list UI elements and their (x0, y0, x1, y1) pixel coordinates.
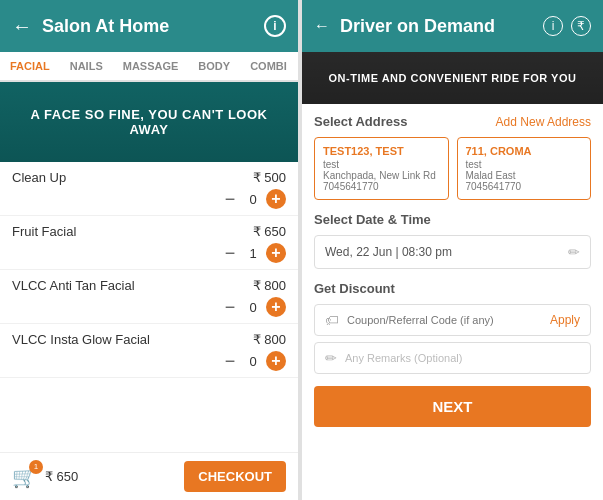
info-icon-left[interactable]: i (264, 15, 286, 37)
get-discount-label: Get Discount (314, 281, 395, 296)
info-icon-right[interactable]: i (543, 16, 563, 36)
addr-sub-2: test (466, 159, 583, 170)
tab-nails[interactable]: NAILS (60, 52, 113, 80)
datetime-section-header: Select Date & Time (314, 212, 591, 227)
qty-minus-btn[interactable]: − (220, 297, 240, 317)
datetime-value: Wed, 22 Jun | 08:30 pm (325, 245, 568, 259)
coupon-input[interactable] (347, 314, 542, 326)
next-button[interactable]: NEXT (314, 386, 591, 427)
qty-plus-btn[interactable]: + (266, 189, 286, 209)
addr-detail-2: Malad East (466, 170, 583, 181)
address-section-header: Select Address Add New Address (314, 114, 591, 129)
left-header: ← Salon At Home i (0, 0, 298, 52)
tabs-bar: FACIAL NAILS MASSAGE BODY COMBI (0, 52, 298, 82)
tab-combi[interactable]: COMBI (240, 52, 297, 80)
qty-plus-btn[interactable]: + (266, 243, 286, 263)
left-title: Salon At Home (42, 16, 254, 37)
address-card-2[interactable]: 711, CROMA test Malad East 7045641770 (457, 137, 592, 200)
left-screen: ← Salon At Home i FACIAL NAILS MASSAGE B… (0, 0, 298, 500)
service-price: ₹ 800 (253, 332, 286, 347)
discount-section: 🏷 Apply ✏ Any Remarks (Optional) (314, 304, 591, 374)
service-name: Fruit Facial (12, 224, 76, 239)
service-item: Clean Up ₹ 500 − 0 + (0, 162, 298, 216)
select-datetime-label: Select Date & Time (314, 212, 431, 227)
service-name: Clean Up (12, 170, 66, 185)
addr-sub-1: test (323, 159, 440, 170)
remarks-placeholder: Any Remarks (Optional) (345, 352, 462, 364)
checkout-button[interactable]: CHECKOUT (184, 461, 286, 492)
addr-name-2: 711, CROMA (466, 145, 583, 157)
datetime-row[interactable]: Wed, 22 Jun | 08:30 pm ✏ (314, 235, 591, 269)
qty-plus-btn[interactable]: + (266, 351, 286, 371)
service-list: Clean Up ₹ 500 − 0 + Fruit Facial ₹ 650 … (0, 162, 298, 452)
service-price: ₹ 650 (253, 224, 286, 239)
service-name: VLCC Insta Glow Facial (12, 332, 150, 347)
back-button-right[interactable]: ← (314, 17, 330, 35)
remarks-row: ✏ Any Remarks (Optional) (314, 342, 591, 374)
addr-name-1: TEST123, TEST (323, 145, 440, 157)
ride-banner: ON-TIME AND CONVENIENT RIDE FOR YOU (302, 52, 603, 104)
addr-phone-1: 7045641770 (323, 181, 440, 192)
footer-bar: 🛒 1 ₹ 650 CHECKOUT (0, 452, 298, 500)
discount-section-header: Get Discount (314, 281, 591, 296)
service-item: Fruit Facial ₹ 650 − 1 + (0, 216, 298, 270)
service-name: VLCC Anti Tan Facial (12, 278, 135, 293)
right-body: Select Address Add New Address TEST123, … (302, 104, 603, 500)
address-card-1[interactable]: TEST123, TEST test Kanchpada, New Link R… (314, 137, 449, 200)
remarks-icon: ✏ (325, 350, 337, 366)
tab-facial[interactable]: FACIAL (0, 52, 60, 82)
service-price: ₹ 500 (253, 170, 286, 185)
right-title: Driver on Demand (340, 16, 533, 37)
qty-minus-btn[interactable]: − (220, 351, 240, 371)
qty-value: 0 (248, 354, 258, 369)
service-item: VLCC Insta Glow Facial ₹ 800 − 0 + (0, 324, 298, 378)
service-item: VLCC Anti Tan Facial ₹ 800 − 0 + (0, 270, 298, 324)
cart-price: ₹ 650 (45, 469, 176, 484)
edit-datetime-icon[interactable]: ✏ (568, 244, 580, 260)
header-icons: i ₹ (543, 16, 591, 36)
addr-phone-2: 7045641770 (466, 181, 583, 192)
rupee-icon[interactable]: ₹ (571, 16, 591, 36)
addr-detail-1: Kanchpada, New Link Rd (323, 170, 440, 181)
select-address-label: Select Address (314, 114, 407, 129)
qty-plus-btn[interactable]: + (266, 297, 286, 317)
apply-button[interactable]: Apply (550, 313, 580, 327)
cart-icon[interactable]: 🛒 1 (12, 465, 37, 489)
coupon-row: 🏷 Apply (314, 304, 591, 336)
qty-value: 0 (248, 300, 258, 315)
cart-badge: 1 (29, 460, 43, 474)
tab-body[interactable]: BODY (188, 52, 240, 80)
add-new-address-link[interactable]: Add New Address (496, 115, 591, 129)
address-cards: TEST123, TEST test Kanchpada, New Link R… (314, 137, 591, 200)
right-header: ← Driver on Demand i ₹ (302, 0, 603, 52)
back-button-left[interactable]: ← (12, 15, 32, 38)
service-price: ₹ 800 (253, 278, 286, 293)
tab-massage[interactable]: MASSAGE (113, 52, 189, 80)
promo-banner: A FACE SO FINE, YOU CAN'T LOOK AWAY (0, 82, 298, 162)
qty-value: 0 (248, 192, 258, 207)
qty-minus-btn[interactable]: − (220, 189, 240, 209)
qty-value: 1 (248, 246, 258, 261)
coupon-icon: 🏷 (325, 312, 339, 328)
qty-minus-btn[interactable]: − (220, 243, 240, 263)
right-screen: ← Driver on Demand i ₹ ON-TIME AND CONVE… (302, 0, 603, 500)
